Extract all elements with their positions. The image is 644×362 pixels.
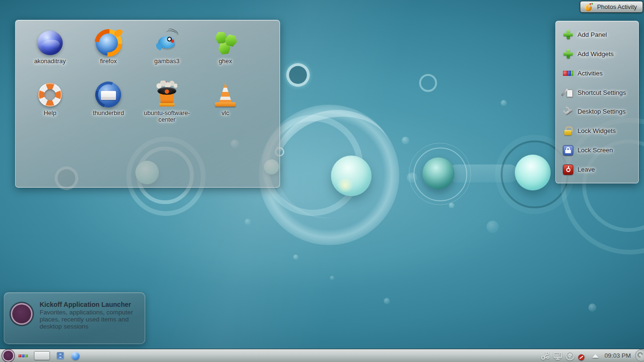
menu-item-label: Desktop Settings (578, 108, 626, 115)
display-icon[interactable] (552, 350, 563, 361)
kickoff-launcher-button[interactable] (2, 350, 14, 362)
lock-screen-icon (563, 145, 573, 156)
activities-dots-icon (563, 68, 573, 78)
menu-item-label: Shortcut Settings (578, 89, 626, 96)
activities-dots-icon[interactable] (18, 353, 29, 359)
menu-item-add-widgets[interactable]: Add Widgets (556, 45, 638, 62)
shrimp-antennae (165, 29, 178, 39)
activity-button-label: Photos Activity (597, 3, 637, 10)
menu-item-leave[interactable]: Leave (556, 161, 638, 178)
software-center-icon (154, 82, 180, 108)
desktop-icon-ghex[interactable]: ghex (197, 27, 254, 77)
padlock-icon (563, 126, 573, 136)
desktop-context-menu: Add Panel Add Widgets Activities Shortcu… (555, 21, 639, 183)
activity-pie-icon (585, 3, 593, 11)
file-cabinet-icon (56, 351, 65, 361)
kickoff-logo-icon (11, 303, 33, 325)
menu-item-lock-widgets[interactable]: Lock Widgets (556, 123, 638, 140)
wallpaper-bubble (402, 137, 409, 144)
menu-item-label: Lock Widgets (578, 127, 616, 134)
vlc-cone-icon (212, 82, 239, 108)
wallpaper-bubble (588, 304, 596, 312)
wallpaper-bubble (449, 203, 454, 208)
desktop-icon-label: akonaditray (34, 58, 66, 65)
file-cabinet-launcher[interactable] (56, 351, 65, 361)
desktop-icon-label: ghex (219, 58, 232, 65)
menu-item-label: Leave (578, 166, 595, 173)
folder-view-widget: akonaditray firefox gambas3 ghex Help th… (15, 20, 280, 188)
software-center-pot (157, 87, 176, 95)
ghex-hexagons-icon (212, 30, 239, 56)
kickoff-tooltip: Kickoff Application Launcher Favorites, … (4, 292, 145, 344)
desktop-icon-help[interactable]: Help (21, 79, 79, 129)
menu-item-activities[interactable]: Activities (556, 65, 638, 82)
desktop-icon-gambas3[interactable]: gambas3 (138, 27, 196, 77)
menu-item-label: Add Panel (578, 31, 607, 38)
desktop-icon-label: thunderbird (93, 110, 124, 116)
menu-item-label: Lock Screen (578, 147, 613, 154)
wallpaper-bubble (330, 276, 334, 280)
wallpaper-bubble (501, 100, 507, 106)
desktop-pager[interactable] (34, 351, 50, 360)
lifebuoy-icon (38, 83, 62, 107)
pencil-page-icon (563, 87, 573, 98)
desktop-icon-vlc[interactable]: vlc (197, 79, 254, 129)
wallpaper-bubble (245, 219, 251, 225)
digital-clock[interactable]: 09:03 PM (604, 352, 631, 359)
menu-item-label: Add Widgets (578, 50, 614, 58)
panel-toolbox-cashew[interactable] (635, 349, 644, 362)
desktop-icon-label: ubuntu-software-center (140, 110, 194, 123)
desktop-icon-label: vlc (222, 110, 229, 116)
desktop-icon-thunderbird[interactable]: thunderbird (80, 79, 137, 129)
desktop-icon-label: gambas3 (154, 58, 179, 65)
menu-item-add-panel[interactable]: Add Panel (556, 26, 638, 43)
firefox-icon (96, 30, 121, 56)
wallpaper-bubble (286, 63, 310, 87)
usb-device-icon[interactable] (564, 350, 575, 361)
menu-item-shortcut-settings[interactable]: Shortcut Settings (556, 84, 638, 101)
wallpaper-bubble (487, 221, 499, 233)
wallpaper-bubble (422, 157, 454, 189)
desktop: Photos Activity akonaditray firefox gamb… (0, 0, 644, 362)
wallpaper-bubble (419, 74, 437, 92)
plus-icon (563, 49, 573, 59)
network-disconnected-icon[interactable] (577, 350, 587, 361)
menu-item-desktop-settings[interactable]: Desktop Settings (556, 103, 638, 120)
menu-item-label: Activities (578, 70, 603, 77)
desktop-icon-akonaditray[interactable]: akonaditray (21, 27, 79, 77)
tooltip-body: Favorites, applications, computer places… (40, 309, 138, 330)
thunderbird-icon (96, 82, 121, 107)
wallpaper-bubble (293, 255, 298, 260)
software-center-base (159, 103, 174, 107)
wallpaper-bubble (407, 173, 417, 183)
photos-activity-button[interactable]: Photos Activity (580, 1, 643, 13)
wallpaper-bubble (331, 156, 372, 196)
menu-item-lock-screen[interactable]: Lock Screen (556, 142, 638, 159)
panel-launchers (0, 349, 80, 362)
desktop-icon-ubuntu-software-center[interactable]: ubuntu-software-center (138, 79, 196, 129)
wrench-icon (563, 107, 573, 117)
desktop-icon-label: firefox (100, 58, 116, 65)
system-tray: 09:03 PM (540, 349, 644, 362)
power-icon (563, 165, 573, 175)
akonaditray-icon (37, 31, 63, 55)
desktop-icon-firefox[interactable]: firefox (80, 27, 137, 77)
desktop-icon-label: Help (44, 110, 57, 116)
hexagon (217, 42, 231, 55)
network-nodes-icon[interactable] (540, 350, 551, 361)
bottom-panel: 09:03 PM (0, 349, 644, 362)
wallpaper-bubble (515, 155, 551, 190)
tray-expander-arrow[interactable] (592, 354, 599, 358)
tooltip-title: Kickoff Application Launcher (40, 301, 138, 308)
gambas-shrimp-icon (154, 30, 180, 56)
blue-globe-launcher[interactable] (71, 352, 80, 360)
tooltip-text: Kickoff Application Launcher Favorites, … (40, 301, 138, 330)
plus-icon (563, 29, 573, 40)
wallpaper-bubble (384, 298, 390, 304)
